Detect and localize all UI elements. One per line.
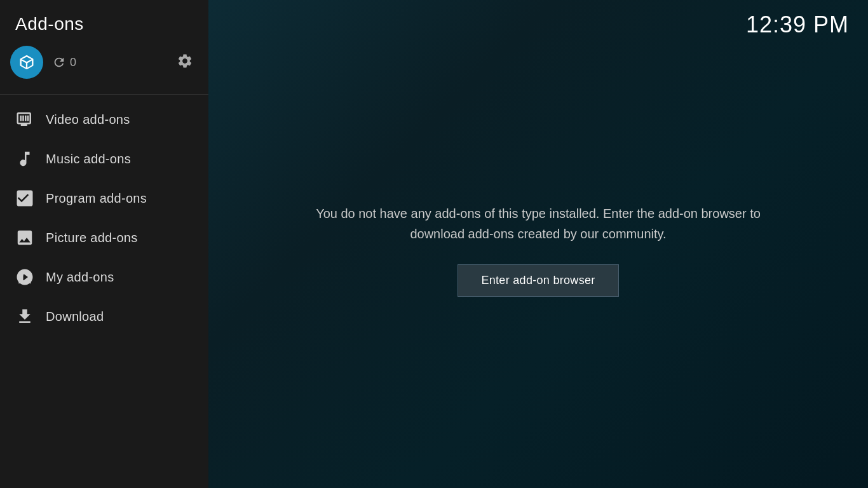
- svg-rect-3: [27, 116, 29, 121]
- topbar: 12:39 PM: [208, 0, 868, 50]
- svg-rect-2: [25, 116, 27, 121]
- sidebar: Add-ons 0: [0, 0, 208, 488]
- sidebar-item-label: Video add-ons: [46, 112, 130, 127]
- page-title: Add-ons: [0, 0, 208, 46]
- content-area: You do not have any add-ons of this type…: [208, 50, 868, 488]
- enter-browser-button[interactable]: Enter add-on browser: [458, 264, 618, 297]
- addon-icon-button[interactable]: [10, 46, 43, 79]
- sidebar-item-label: Music add-ons: [46, 152, 131, 166]
- sidebar-item-my-addons[interactable]: My add-ons: [0, 257, 208, 297]
- refresh-button[interactable]: 0: [52, 55, 76, 69]
- svg-rect-0: [20, 116, 22, 121]
- settings-button[interactable]: [177, 53, 193, 72]
- sidebar-item-picture-addons[interactable]: Picture add-ons: [0, 218, 208, 257]
- picture-icon: [15, 228, 34, 247]
- video-icon: [15, 110, 34, 129]
- sidebar-item-label: Picture add-ons: [46, 231, 138, 245]
- sidebar-item-label: Program add-ons: [46, 191, 147, 206]
- program-icon: [15, 189, 34, 208]
- refresh-count: 0: [70, 56, 76, 69]
- divider: [0, 94, 208, 95]
- sidebar-item-music-addons[interactable]: Music add-ons: [0, 139, 208, 179]
- sidebar-item-download[interactable]: Download: [0, 297, 208, 336]
- clock: 12:39 PM: [746, 11, 849, 38]
- my-addons-icon: [15, 268, 34, 287]
- sidebar-item-video-addons[interactable]: Video add-ons: [0, 100, 208, 139]
- main-content: 12:39 PM You do not have any add-ons of …: [208, 0, 868, 488]
- package-icon: [18, 53, 36, 71]
- sidebar-nav: Video add-ons Music add-ons Program add-…: [0, 100, 208, 488]
- sidebar-item-program-addons[interactable]: Program add-ons: [0, 179, 208, 218]
- sidebar-item-label: Download: [46, 309, 104, 324]
- settings-icon: [177, 53, 193, 69]
- sidebar-item-label: My add-ons: [46, 270, 114, 285]
- music-icon: [15, 149, 34, 168]
- sidebar-header: 0: [0, 46, 208, 92]
- refresh-icon: [52, 55, 66, 69]
- svg-rect-1: [22, 116, 24, 121]
- info-message: You do not have any add-ons of this type…: [316, 203, 761, 244]
- download-icon: [15, 307, 34, 326]
